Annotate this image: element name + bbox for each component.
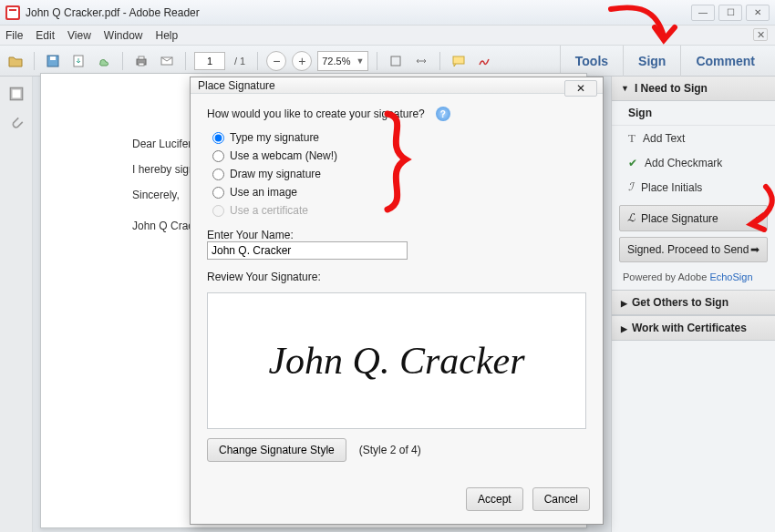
radio-image[interactable]: Use an image <box>212 186 581 199</box>
place-initials-item[interactable]: ℐ Place Initials <box>612 175 775 200</box>
text-icon: T <box>628 131 636 146</box>
sign-icon[interactable] <box>474 51 494 71</box>
pdf-icon <box>5 5 20 20</box>
dialog-close-button[interactable]: ✕ <box>564 80 597 97</box>
menu-edit[interactable]: Edit <box>36 29 55 42</box>
menu-help[interactable]: Help <box>156 29 179 42</box>
radio-webcam-input[interactable] <box>212 150 224 162</box>
signed-proceed-button[interactable]: Signed. Proceed to Send ➡ <box>619 237 768 262</box>
svg-rect-4 <box>50 56 56 60</box>
accept-button[interactable]: Accept <box>466 487 523 511</box>
menu-file[interactable]: File <box>5 29 23 42</box>
menu-bar: File Edit View Window Help ✕ <box>0 26 775 46</box>
signature-preview: John Q. Cracker <box>207 292 586 429</box>
zoom-combo[interactable]: 72.5% ▼ <box>317 51 368 71</box>
initials-icon: ℐ <box>628 180 634 194</box>
main-toolbar: / 1 − + 72.5% ▼ Tools Sign Comment <box>0 46 775 77</box>
place-signature-button[interactable]: ℒ Place Signature ▾ <box>619 205 768 231</box>
fit-width-icon[interactable] <box>411 51 431 71</box>
dialog-prompt: How would you like to create your signat… <box>207 107 425 120</box>
close-button[interactable]: ✕ <box>746 5 770 21</box>
svg-rect-2 <box>9 9 16 11</box>
checkmark-icon: ✔ <box>628 157 637 169</box>
zoom-out-button[interactable]: − <box>266 51 286 71</box>
zoom-in-button[interactable]: + <box>292 51 312 71</box>
save-pdf-icon[interactable] <box>68 51 88 71</box>
chevron-down-icon: ▼ <box>621 84 629 93</box>
panel-heading-need-sign[interactable]: ▼ I Need to Sign <box>612 77 775 101</box>
place-signature-dialog: Place Signature ✕ How would you like to … <box>190 77 604 525</box>
cancel-button[interactable]: Cancel <box>532 487 590 511</box>
dialog-titlebar: Place Signature ✕ <box>191 77 603 94</box>
open-icon[interactable] <box>5 51 26 71</box>
style-count-label: (Style 2 of 4) <box>359 444 421 456</box>
svg-rect-8 <box>139 63 144 66</box>
svg-rect-13 <box>12 90 20 98</box>
powered-by-label: Powered by Adobe EchoSign <box>612 268 775 290</box>
chevron-down-icon: ▾ <box>756 214 760 222</box>
radio-draw-input[interactable] <box>212 169 224 180</box>
svg-rect-10 <box>391 56 400 66</box>
menu-window[interactable]: Window <box>104 29 143 42</box>
sign-subsection[interactable]: Sign <box>612 101 775 126</box>
attachment-icon[interactable] <box>8 115 25 131</box>
comment-icon[interactable] <box>449 51 469 71</box>
window-titlebar: John Q Cracker.pdf - Adobe Reader — ☐ ✕ <box>0 0 775 26</box>
menu-view[interactable]: View <box>67 29 91 42</box>
radio-cert-input <box>212 205 224 217</box>
signature-icon: ℒ <box>627 211 636 225</box>
cloud-icon[interactable] <box>94 51 114 71</box>
review-label: Review Your Signature: <box>207 271 586 283</box>
change-style-button[interactable]: Change Signature Style <box>207 438 346 462</box>
tab-comment[interactable]: Comment <box>680 46 770 77</box>
name-input[interactable] <box>207 241 408 260</box>
radio-type-signature[interactable]: Type my signature <box>212 131 581 144</box>
save-icon[interactable] <box>43 51 63 71</box>
dialog-title: Place Signature <box>198 79 275 92</box>
radio-type-input[interactable] <box>212 132 224 144</box>
radio-draw[interactable]: Draw my signature <box>212 168 581 180</box>
arrow-right-icon: ➡ <box>750 243 760 256</box>
doc-close-icon[interactable]: ✕ <box>753 28 768 41</box>
page-number-input[interactable] <box>194 52 225 70</box>
sign-panel: ▼ I Need to Sign Sign T Add Text ✔ Add C… <box>611 77 775 532</box>
enter-name-label: Enter Your Name: <box>207 229 586 241</box>
svg-rect-1 <box>7 7 18 18</box>
thumbnails-icon[interactable] <box>8 86 25 102</box>
chevron-down-icon: ▼ <box>356 56 364 66</box>
add-text-item[interactable]: T Add Text <box>612 126 775 151</box>
tab-tools[interactable]: Tools <box>560 46 623 77</box>
email-icon[interactable] <box>157 51 177 71</box>
panel-heading-others-sign[interactable]: ▶Get Others to Sign <box>612 290 775 315</box>
radio-image-input[interactable] <box>212 187 224 199</box>
add-checkmark-item[interactable]: ✔ Add Checkmark <box>612 151 775 175</box>
minimize-button[interactable]: — <box>691 5 715 21</box>
print-icon[interactable] <box>131 51 151 71</box>
page-total-label: / 1 <box>234 56 245 66</box>
maximize-button[interactable]: ☐ <box>718 5 742 21</box>
svg-rect-7 <box>139 56 144 59</box>
signature-preview-text: John Q. Cracker <box>268 339 524 383</box>
help-icon[interactable]: ? <box>436 107 450 121</box>
zoom-value: 72.5% <box>322 56 350 66</box>
window-title: John Q Cracker.pdf - Adobe Reader <box>26 6 691 19</box>
svg-rect-11 <box>453 56 464 64</box>
fit-page-icon[interactable] <box>386 51 406 71</box>
tab-sign[interactable]: Sign <box>623 46 680 77</box>
radio-webcam[interactable]: Use a webcam (New!) <box>212 149 581 162</box>
navpane-strip <box>0 77 33 532</box>
echosign-link[interactable]: EchoSign <box>709 271 752 282</box>
radio-certificate: Use a certificate <box>212 204 581 217</box>
panel-heading-certificates[interactable]: ▶Work with Certificates <box>612 315 775 341</box>
